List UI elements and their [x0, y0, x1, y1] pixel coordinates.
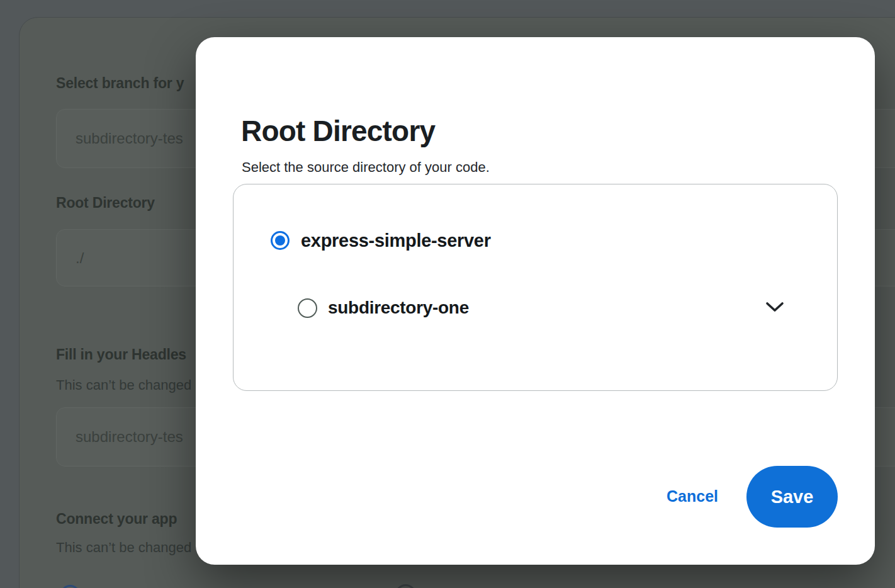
option-label: subdirectory-one [328, 298, 469, 318]
save-button[interactable]: Save [746, 466, 838, 528]
dialog-subtitle: Select the source directory of your code… [242, 159, 490, 176]
dialog-title: Root Directory [241, 114, 435, 148]
root-directory-dialog: Root Directory Select the source directo… [196, 37, 875, 565]
root-directory-value: ./ [76, 249, 84, 267]
option-label: express-simple-server [301, 230, 491, 251]
option-express-simple-server[interactable]: express-simple-server [271, 226, 491, 255]
chevron-down-icon[interactable] [765, 302, 784, 313]
connect-app-section-note: This can’t be changed [56, 540, 191, 556]
directory-options-box: express-simple-server subdirectory-one [233, 184, 838, 391]
radio-unselected-icon[interactable] [298, 298, 317, 318]
connect-app-section-label: Connect your app [56, 511, 177, 528]
option-subdirectory-one[interactable]: subdirectory-one [298, 297, 469, 319]
radio-selected-icon[interactable] [271, 231, 290, 250]
headless-section-label: Fill in your Headles [56, 346, 186, 363]
headless-name-value: subdirectory-tes [76, 428, 183, 446]
branch-section-label: Select branch for y [56, 75, 184, 92]
branch-select-value: subdirectory-tes [76, 130, 183, 147]
page: Select branch for y subdirectory-tes Roo… [0, 0, 895, 588]
headless-section-note: This can’t be changed [56, 377, 191, 393]
cancel-button[interactable]: Cancel [642, 477, 743, 515]
root-directory-section-label: Root Directory [56, 195, 155, 212]
